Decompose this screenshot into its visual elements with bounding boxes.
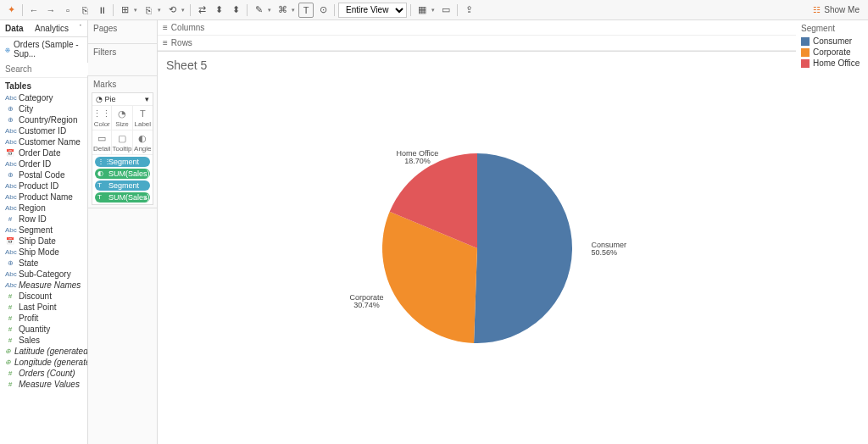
field-country-region[interactable]: ⊕Country/Region: [0, 114, 87, 125]
labels-icon[interactable]: T: [298, 3, 314, 18]
field-type-icon: #: [5, 380, 15, 388]
field-type-icon: Abc: [5, 248, 15, 256]
field-latitude-generated-[interactable]: ⊕Latitude (generated): [0, 346, 87, 357]
field-type-icon: Abc: [5, 270, 15, 278]
sort-asc-icon[interactable]: ⬍: [211, 3, 226, 18]
columns-shelf[interactable]: ≡Columns: [158, 20, 796, 36]
pill-sum-sales-[interactable]: ◐SUM(Sales): [95, 169, 150, 179]
rows-shelf[interactable]: ≡Rows: [158, 36, 796, 51]
field-label: Latitude (generated): [14, 347, 87, 356]
forward-icon[interactable]: →: [43, 3, 58, 18]
field-label: Segment: [19, 225, 53, 235]
field-measure-values[interactable]: #Measure Values: [0, 379, 87, 390]
field-state[interactable]: ⊕State: [0, 258, 87, 269]
pill-icon: T: [97, 181, 102, 189]
legend-label: Home Office: [813, 58, 860, 68]
sheet-title[interactable]: Sheet 5: [166, 58, 207, 72]
presentation-icon[interactable]: ▭: [438, 3, 453, 18]
field-order-date[interactable]: 📅Order Date: [0, 147, 87, 158]
field-product-id[interactable]: AbcProduct ID: [0, 180, 87, 191]
field-customer-name[interactable]: AbcCustomer Name: [0, 136, 87, 147]
clear-icon[interactable]: ⟲: [164, 3, 180, 18]
columns-icon: ≡: [163, 23, 168, 32]
field-type-icon: Abc: [5, 281, 15, 289]
pill-segment[interactable]: ⋮⋮Segment: [95, 157, 150, 167]
field-label: Longitude (generated): [14, 358, 87, 367]
field-measure-names[interactable]: AbcMeasure Names: [0, 280, 87, 291]
tableau-logo-icon[interactable]: ✦: [3, 3, 19, 18]
pie-slice-consumer[interactable]: [474, 153, 572, 343]
datasource-row[interactable]: ⎈ Orders (Sample - Sup...: [0, 37, 87, 61]
legend-item-home-office[interactable]: Home Office: [801, 58, 863, 69]
pie-chart[interactable]: [380, 151, 575, 346]
back-icon[interactable]: ←: [26, 3, 42, 18]
field-city[interactable]: ⊕City: [0, 103, 87, 114]
field-type-icon: ⊕: [5, 116, 15, 124]
field-category[interactable]: AbcCategory: [0, 92, 87, 103]
field-row-id[interactable]: #Row ID: [0, 214, 87, 225]
field-customer-id[interactable]: AbcCustomer ID: [0, 125, 87, 136]
mark-color[interactable]: ⋮⋮Color: [92, 106, 112, 130]
field-sales[interactable]: #Sales: [0, 335, 87, 346]
field-segment[interactable]: AbcSegment: [0, 225, 87, 236]
mark-type-select[interactable]: ◔ Pie▾: [92, 93, 153, 106]
show-me-icon: ☷: [813, 5, 821, 14]
field-longitude-generated-[interactable]: ⊕Longitude (generated): [0, 357, 87, 368]
pill-sum-sales-[interactable]: TSUM(Sales)▵: [95, 192, 150, 203]
field-ship-mode[interactable]: AbcShip Mode: [0, 247, 87, 258]
sort-desc-icon[interactable]: ⬍: [228, 3, 243, 18]
field-label: Category: [19, 93, 53, 103]
field-postal-code[interactable]: ⊕Postal Code: [0, 169, 87, 180]
field-product-name[interactable]: AbcProduct Name: [0, 191, 87, 203]
marks-shelf: Marks ◔ Pie▾ ⋮⋮Color◔SizeTLabel▭Detail▢T…: [88, 76, 157, 208]
mark-size[interactable]: ◔Size: [112, 106, 132, 130]
field-type-icon: ⊕: [5, 358, 11, 366]
pin-icon[interactable]: ⊙: [315, 3, 331, 18]
new-datasource-icon[interactable]: ⎘: [77, 3, 92, 18]
tab-data[interactable]: Data: [0, 20, 30, 36]
field-discount[interactable]: #Discount: [0, 291, 87, 302]
mark-detail[interactable]: ▭Detail: [92, 130, 112, 155]
highlight-icon[interactable]: ✎: [251, 3, 266, 18]
mark-angle[interactable]: ◐Angle: [133, 130, 153, 155]
fit-select[interactable]: Entire View: [338, 3, 407, 18]
pages-shelf[interactable]: Pages: [88, 20, 157, 44]
filters-shelf[interactable]: Filters: [88, 44, 157, 76]
save-icon[interactable]: ▫: [60, 3, 75, 18]
cards-icon[interactable]: ▦: [415, 3, 430, 18]
field-last-point[interactable]: #Last Point: [0, 302, 87, 313]
pause-icon[interactable]: ⏸: [94, 3, 109, 18]
field-orders-count-[interactable]: #Orders (Count): [0, 368, 87, 379]
field-type-icon: ⊕: [5, 105, 15, 113]
field-order-id[interactable]: AbcOrder ID: [0, 158, 87, 169]
mark-label[interactable]: TLabel: [133, 106, 153, 130]
data-pane: Data Analytics · ⎈ Orders (Sample - Sup.…: [0, 20, 88, 444]
field-region[interactable]: AbcRegion: [0, 203, 87, 214]
tab-context-icon[interactable]: ·: [74, 20, 87, 36]
show-me-button[interactable]: ☷ Show Me: [808, 3, 865, 16]
slice-label-home-office: Home Office18.70%: [397, 150, 439, 167]
pill-segment[interactable]: TSegment: [95, 180, 150, 191]
legend-item-consumer[interactable]: Consumer: [801, 36, 863, 47]
field-type-icon: ⊕: [5, 171, 15, 179]
field-sub-category[interactable]: AbcSub-Category: [0, 269, 87, 280]
field-quantity[interactable]: #Quantity: [0, 324, 87, 335]
field-label: Profit: [19, 314, 38, 323]
pill-icon: ⋮⋮: [97, 158, 111, 165]
group-icon[interactable]: ⌘: [275, 3, 290, 18]
mark-tooltip[interactable]: ▢Tooltip: [112, 130, 132, 155]
field-profit[interactable]: #Profit: [0, 313, 87, 324]
share-icon[interactable]: ⇪: [461, 3, 476, 18]
legend-item-corporate[interactable]: Corporate: [801, 47, 863, 58]
color-icon: ⋮⋮: [92, 108, 111, 119]
field-ship-date[interactable]: 📅Ship Date: [0, 236, 87, 247]
duplicate-icon[interactable]: ⎘: [141, 3, 156, 18]
tab-analytics[interactable]: Analytics: [30, 20, 74, 36]
label-icon: T: [133, 108, 153, 119]
new-worksheet-icon[interactable]: ⊞: [117, 3, 132, 18]
field-type-icon: ⊕: [5, 347, 11, 355]
chart-area: Sheet 5 Consumer50.56%Corporate30.74%Hom…: [158, 52, 796, 444]
field-type-icon: Abc: [5, 193, 15, 201]
swap-icon[interactable]: ⇄: [194, 3, 209, 18]
rows-icon: ≡: [163, 38, 168, 47]
